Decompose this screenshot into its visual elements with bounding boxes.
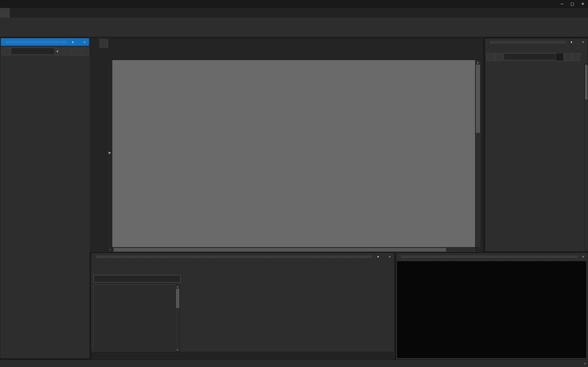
- close-icon[interactable]: ×: [581, 40, 586, 44]
- properties-titlebar[interactable]: ▾ ×: [485, 38, 588, 46]
- pin-icon[interactable]: [381, 254, 386, 259]
- tab-list-button[interactable]: [99, 39, 108, 48]
- main-toolbar: [0, 18, 588, 37]
- props-search-input[interactable]: [504, 53, 557, 60]
- drag-handle[interactable]: [96, 255, 372, 258]
- zoom-menu-icon[interactable]: ▾: [584, 362, 586, 365]
- collapse-arrow-icon[interactable]: ▶: [109, 151, 111, 154]
- palette-panel: ▾ × ▲ ▼: [91, 253, 395, 360]
- close-icon[interactable]: ×: [82, 40, 87, 44]
- props-scrollbar[interactable]: [585, 63, 588, 251]
- props-list-view-button[interactable]: [556, 53, 564, 61]
- canvas-hscrollbar[interactable]: ◁: [112, 247, 476, 252]
- palette-titlebar[interactable]: ▾ ×: [91, 253, 394, 260]
- tree-toolbar: ▼: [2, 48, 88, 55]
- filter-button[interactable]: [71, 48, 79, 55]
- props-io-button[interactable]: [495, 53, 503, 61]
- schematic: [112, 60, 475, 247]
- properties-toolbar: [486, 53, 586, 61]
- search-button[interactable]: [80, 48, 89, 55]
- expand-all-button[interactable]: [62, 48, 70, 55]
- minimap-view[interactable]: [397, 261, 586, 358]
- pin-icon[interactable]: [575, 40, 580, 44]
- mnemoscheme-canvas[interactable]: [112, 60, 475, 247]
- window-controls: ─ ▢ ✕: [557, 0, 588, 7]
- search-dropdown-icon[interactable]: ▼: [54, 48, 60, 55]
- hscroll-thumb[interactable]: [114, 248, 446, 251]
- props-filter-button[interactable]: [486, 53, 494, 61]
- tree-panel: ▾ × ▼: [0, 37, 90, 359]
- palette-search-input[interactable]: [94, 275, 181, 282]
- canvas-vscrollbar[interactable]: ▲: [475, 60, 481, 248]
- title-bar: ─ ▢ ✕: [0, 0, 588, 8]
- home-button[interactable]: [0, 8, 10, 18]
- minimap-titlebar[interactable]: ×: [396, 253, 588, 260]
- vscroll-thumb[interactable]: [476, 65, 480, 133]
- panel-menu-icon[interactable]: ▾: [376, 254, 381, 259]
- close-icon[interactable]: ×: [387, 254, 392, 259]
- scroll-up-icon[interactable]: ▲: [477, 61, 479, 64]
- tree-panel-titlebar[interactable]: ▾ ×: [1, 38, 89, 46]
- props-flag-button[interactable]: [564, 53, 572, 61]
- panel-menu-icon[interactable]: ▾: [70, 40, 75, 44]
- minimize-button[interactable]: ─: [557, 0, 567, 7]
- palette-list-scrollbar[interactable]: ▲ ▼: [175, 285, 180, 352]
- pin-icon[interactable]: [76, 40, 81, 44]
- properties-panel: ▾ ×: [485, 38, 588, 252]
- maximize-button[interactable]: ▢: [567, 0, 578, 7]
- close-button[interactable]: ✕: [578, 0, 588, 7]
- close-icon[interactable]: ×: [581, 254, 586, 259]
- status-bar: ▾: [0, 359, 588, 367]
- drag-handle[interactable]: [6, 41, 67, 44]
- panel-menu-icon[interactable]: ▾: [569, 40, 574, 44]
- drag-handle[interactable]: [401, 255, 577, 258]
- props-tag-button[interactable]: [572, 53, 580, 61]
- document-area: ▶ ▲ ◁: [90, 37, 483, 252]
- minimap-panel: ×: [396, 253, 588, 360]
- scroll-left-icon[interactable]: ◁: [109, 248, 111, 251]
- tree-sort-button[interactable]: [2, 48, 10, 55]
- tree-search-input[interactable]: [11, 48, 57, 55]
- drag-handle[interactable]: [490, 41, 566, 44]
- canvas-left-splitter[interactable]: ▶: [108, 60, 112, 247]
- menu-bar: [0, 8, 588, 18]
